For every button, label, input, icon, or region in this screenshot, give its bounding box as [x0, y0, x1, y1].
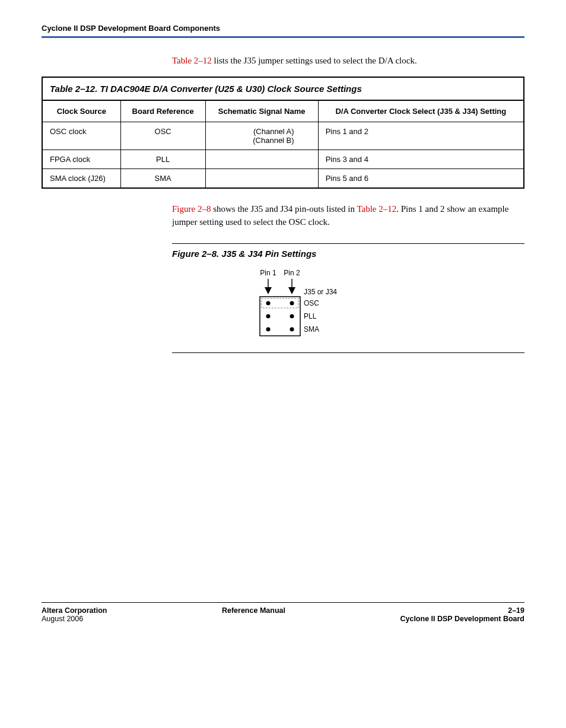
figure-block: Figure 2–8. J35 & J34 Pin Settings Pin 1…: [172, 243, 524, 353]
header-label: J35 or J34: [304, 288, 337, 296]
cell-sig: [205, 150, 318, 169]
pin-diagram: Pin 1 Pin 2 J35 or J34 OSC PLL SMA: [255, 268, 374, 345]
pin1-label: Pin 1: [260, 269, 276, 277]
cell-sig: [205, 169, 318, 189]
body-text: Figure 2–8 shows the J35 and J34 pin-out…: [172, 203, 524, 229]
table-link[interactable]: Table 2–12: [172, 56, 212, 65]
pin-dot: [266, 314, 271, 318]
row1-label: OSC: [304, 299, 319, 307]
table-header-row: Clock Source Board Reference Schematic S…: [42, 100, 524, 122]
footer: Altera Corporation August 2006 Reference…: [42, 602, 524, 623]
pin-dot: [290, 301, 294, 305]
pin-frame: [260, 297, 300, 336]
cell-ref: OSC: [120, 122, 205, 150]
figure-rule-bottom: [172, 352, 524, 353]
intro-text: Table 2–12 lists the J35 jumper settings…: [172, 56, 524, 66]
body-mid1: shows the J35 and J34 pin-outs listed in: [211, 204, 357, 214]
footer-right-top: 2–19: [400, 606, 524, 615]
table-caption: Table 2–12. TI DAC904E D/A Converter (U2…: [42, 77, 524, 100]
row3-label: SMA: [304, 325, 319, 333]
pin-dot: [266, 327, 271, 331]
pin-dot: [266, 301, 271, 305]
footer-center: Reference Manual: [222, 606, 285, 623]
cell-src: OSC clock: [42, 122, 120, 150]
pin-dot: [290, 327, 294, 331]
cell-sig: (Channel A) (Channel B): [205, 122, 318, 150]
cell-set: Pins 1 and 2: [318, 122, 524, 150]
row2-label: PLL: [304, 312, 317, 320]
table-row: SMA clock (J26) SMA Pins 5 and 6: [42, 169, 524, 189]
th-schematic: Schematic Signal Name: [205, 100, 318, 122]
clock-source-table: Table 2–12. TI DAC904E D/A Converter (U2…: [42, 77, 524, 189]
cell-sig-a: (Channel A): [253, 127, 294, 136]
cell-src: FPGA clock: [42, 150, 120, 169]
figure-title: Figure 2–8. J35 & J34 Pin Settings: [172, 249, 524, 259]
pin-dot: [290, 314, 294, 318]
table-link-2[interactable]: Table 2–12: [357, 204, 396, 214]
footer-rule: [42, 602, 524, 603]
pin2-arrow: [288, 287, 295, 294]
footer-left-top: Altera Corporation: [42, 606, 107, 615]
table-row: OSC clock OSC (Channel A) (Channel B) Pi…: [42, 122, 524, 150]
pin1-arrow: [265, 287, 272, 294]
th-board-ref: Board Reference: [120, 100, 205, 122]
cell-set: Pins 5 and 6: [318, 169, 524, 189]
th-clock-source: Clock Source: [42, 100, 120, 122]
cell-sig-b: (Channel B): [253, 136, 294, 145]
intro-rest: lists the J35 jumper settings used to se…: [212, 56, 417, 65]
figure-rule-top: [172, 243, 524, 244]
table-row: FPGA clock PLL Pins 3 and 4: [42, 150, 524, 169]
cell-set: Pins 3 and 4: [318, 150, 524, 169]
footer-right-bottom: Cyclone II DSP Development Board: [400, 615, 524, 623]
th-setting: D/A Converter Clock Select (J35 & J34) S…: [318, 100, 524, 122]
pin2-label: Pin 2: [284, 269, 300, 277]
cell-ref: PLL: [120, 150, 205, 169]
header-title: Cyclone II DSP Development Board Compone…: [42, 24, 524, 33]
figure-link[interactable]: Figure 2–8: [172, 204, 211, 214]
cell-src: SMA clock (J26): [42, 169, 120, 189]
header-rule: [42, 36, 524, 38]
footer-left-bottom: August 2006: [42, 615, 107, 623]
cell-ref: SMA: [120, 169, 205, 189]
